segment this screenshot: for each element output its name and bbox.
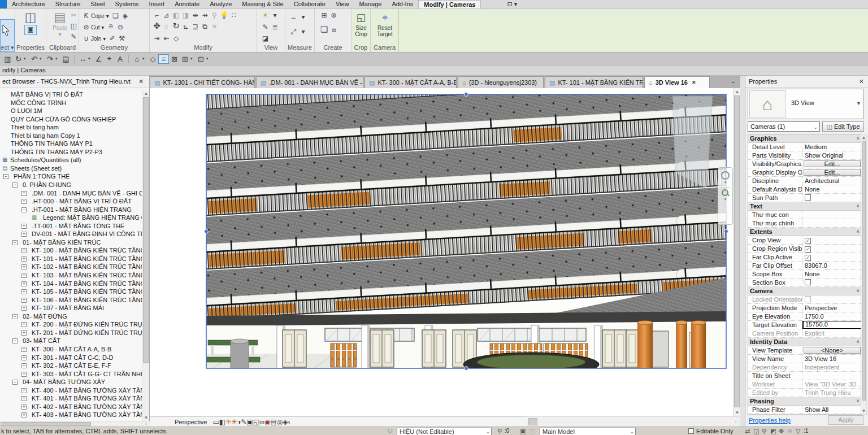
delete-icon[interactable]: ✕ [210, 22, 219, 31]
cut-geometry-extra-icon[interactable]: ❏ [111, 11, 120, 20]
property-value[interactable] [802, 219, 862, 227]
section-collapse-icon[interactable]: ∧ [856, 338, 860, 346]
property-section-header[interactable]: Graphics∧ [748, 134, 862, 143]
section-collapse-icon[interactable]: ∧ [856, 287, 860, 295]
expand-icon[interactable]: + [21, 306, 27, 311]
linework-icon[interactable]: ≣ [270, 23, 280, 32]
collapse-icon[interactable]: ‹ [288, 418, 290, 426]
canvas-hscroll-thumb[interactable] [528, 418, 537, 425]
expand-icon[interactable]: + [21, 412, 27, 417]
view-scale-label[interactable]: Perspective [175, 419, 207, 425]
section-collapse-icon[interactable]: ∧ [856, 397, 860, 405]
scroll-right-icon[interactable]: › [142, 421, 150, 427]
property-value[interactable] [802, 194, 862, 202]
select-underlay-icon[interactable]: ◲ [753, 428, 759, 435]
checkbox-unchecked-icon[interactable] [805, 279, 811, 285]
tree-item[interactable]: −04- MẶT BẰNG TƯỜNG XÂY [0, 378, 142, 386]
scale-icon[interactable]: ▭ [212, 418, 219, 426]
select-links-icon[interactable]: ⇄ [745, 428, 750, 435]
section-collapse-icon[interactable]: ∧ [856, 134, 860, 142]
doc-tab[interactable]: ▤.DM- 001 - DANH MỤC BẢN VẼ - G... [256, 76, 363, 88]
property-value[interactable]: Architectural [802, 177, 862, 185]
expand-icon[interactable]: + [21, 191, 27, 196]
qat-caret-icon[interactable]: ▾ [206, 56, 211, 61]
thin-lines-icon[interactable]: ≡ [158, 54, 169, 64]
tree-item[interactable]: +DV-001 - MẶT BẰNG ĐỊNH VỊ CÔNG TRÌNH [0, 230, 142, 238]
temporary-view-properties-icon[interactable]: ▤ [270, 418, 276, 426]
doc-tab[interactable]: ▤KT- 300 - MẶT CẮT A-A, B-B [364, 76, 457, 88]
ribbon-display-toggle-icon[interactable]: ⊡ ▾ [504, 0, 520, 8]
create-group-icon[interactable]: ⊞ [319, 11, 329, 20]
tree-item[interactable]: +KT- 100 - MẶT BẰNG KIẾN TRÚC TẦNG HẦM [0, 246, 142, 255]
viewport-3d-model[interactable] [150, 88, 733, 416]
tree-item[interactable]: −0. PHẦN CHUNG [0, 181, 142, 189]
tree-item[interactable]: ▦Schedules/Quantities (all) [0, 156, 142, 164]
match-type-icon[interactable]: ✎ [69, 32, 79, 41]
type-selector-caret-icon[interactable]: ▼ [856, 101, 861, 106]
edit-type-button[interactable]: ◫ Edit Type [822, 121, 864, 132]
reveal-hidden-elements-icon[interactable]: ◉ [264, 418, 270, 426]
qat-caret-icon[interactable]: ▾ [88, 56, 93, 61]
size-crop-button[interactable]: ◱ SizeCrop [349, 10, 374, 37]
property-value[interactable]: 1750.0 [802, 312, 862, 320]
doc-tab-close-icon[interactable]: ✕ [692, 80, 696, 85]
tag-by-category-icon[interactable]: ⌖ [104, 54, 115, 63]
expand-icon[interactable]: + [21, 224, 27, 229]
property-value[interactable]: View "3D View: 3D ... [802, 380, 862, 388]
apply-button[interactable]: Apply [828, 415, 863, 425]
select-by-face-icon[interactable]: ◩ [770, 428, 776, 435]
canvas-scroll-right-icon[interactable]: › [732, 419, 739, 424]
cut-geometry-button[interactable]: Cut ▾ [91, 24, 104, 31]
redo-icon[interactable]: ↷ [45, 55, 55, 63]
property-value[interactable] [802, 295, 862, 303]
expand-icon[interactable]: + [21, 289, 27, 294]
property-section-header[interactable]: Camera∧ [748, 287, 862, 295]
expand-icon[interactable]: + [21, 256, 27, 262]
checkbox-checked-icon[interactable]: ✓ [805, 238, 811, 244]
tree-item[interactable]: +KT- 401 - MẶT BẰNG TƯỜNG XÂY TẦNG 1 [0, 394, 142, 403]
cutaway-icon[interactable]: ◪ [261, 34, 270, 43]
property-value[interactable]: ✓ [802, 245, 862, 253]
ribbon-tab-structure[interactable]: Structure [50, 0, 86, 8]
expand-icon[interactable]: + [21, 347, 27, 352]
property-edit-button[interactable]: Edit... [804, 169, 861, 176]
override-brush-icon[interactable]: ✎ [261, 23, 270, 32]
synchronize-icon[interactable]: ↻ [13, 55, 24, 63]
tree-item[interactable]: −.HT-001 - MẶT BẰNG HIỆN TRẠNG [0, 206, 142, 214]
property-value[interactable]: Edit... [802, 168, 862, 176]
ribbon-tab-architecture[interactable]: Architecture [7, 0, 50, 8]
project-browser-close-icon[interactable]: ✕ [137, 78, 145, 85]
props-scroll-up-icon[interactable]: ▲ [861, 135, 866, 140]
tree-item[interactable]: +KT- 106 - MẶT BẰNG KIẾN TRÚC TẦNG TUM [0, 296, 142, 304]
expand-icon[interactable]: + [21, 199, 27, 204]
property-value[interactable]: Edit... [802, 160, 862, 168]
tree-item[interactable]: +KT- 400 - MẶT BẰNG TƯỜNG XÂY TẦNG HẦM [0, 386, 142, 395]
drag-on-selection-icon[interactable]: ✥ [779, 428, 784, 435]
create-assembly-icon[interactable]: ❏ [319, 25, 329, 34]
align-icon[interactable]: ⌐ [152, 11, 162, 20]
worksets-icon[interactable]: ⛉ [388, 428, 392, 435]
property-value[interactable]: Show All [802, 406, 862, 414]
expand-icon[interactable]: + [21, 273, 27, 278]
measure-icon[interactable]: ↔ [77, 55, 88, 63]
section-collapse-icon[interactable]: ∧ [856, 228, 860, 236]
tree-item[interactable]: +KT- 303 - MẶT CẮT G-G- CT TRẦN NHÔM CA [0, 370, 142, 379]
tree-item[interactable]: +KT- 102 - MẶT BẰNG KIẾN TRÚC TẦNG 2 [0, 263, 142, 271]
rotate-icon[interactable]: ↻ [171, 21, 181, 31]
sketchy-lines-icon[interactable]: ✎ [241, 418, 247, 426]
ribbon-tab-add-ins[interactable]: Add-Ins [387, 0, 418, 8]
tree-item[interactable]: +KT- 302 - MẶT CẮT E-E, F-F [0, 362, 142, 370]
zoom-icon[interactable] [722, 189, 729, 197]
properties-button[interactable]: ◫ ▣ [18, 10, 43, 35]
copy-modify-icon[interactable]: ◌ [162, 22, 171, 31]
tree-item[interactable]: +.DM- 001 - DANH MỤC BẢN VẼ - GHI CHÚ CH [0, 189, 142, 198]
tree-item[interactable]: O LUOI 1M [0, 107, 142, 115]
create-parts-icon[interactable]: ⧈ [329, 25, 338, 34]
props-scroll-down-icon[interactable]: ▼ [861, 408, 866, 414]
project-browser-title[interactable]: ect Browser - THCS-NVX_Trinh Trung Hieu.… [0, 76, 149, 88]
property-value[interactable]: ✓ [802, 236, 862, 244]
show-crop-region-icon[interactable]: ◱ [253, 418, 259, 426]
canvas-hscrollbar[interactable]: › [527, 416, 740, 427]
filter-icon[interactable]: ▽ [796, 428, 800, 435]
shadows-icon[interactable]: ◑ [237, 418, 241, 426]
